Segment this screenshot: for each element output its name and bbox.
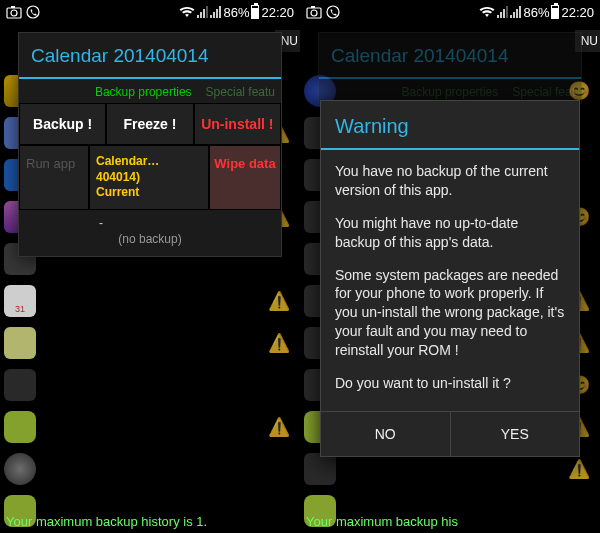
screen-left: ⚠️ ⚠️ 31⚠️ ⚠️ ⚠️ 86% 22:20 NU Calendar 2… <box>0 0 300 533</box>
signal-icon-2 <box>210 6 221 18</box>
dialog-tabs: Backup properties Special featu <box>19 79 281 103</box>
action-button-row: Backup ! Freeze ! Un-install ! <box>19 103 281 145</box>
current-version-label: Calendar…404014) Current <box>89 145 209 210</box>
battery-icon <box>551 5 559 19</box>
status-bar: 86% 22:20 <box>300 0 600 24</box>
warning-text-3: Some system packages are needed for your… <box>335 266 565 360</box>
no-backup-label: - (no backup) <box>19 210 281 256</box>
svg-point-7 <box>327 6 339 18</box>
tab-special-features: Special feat <box>512 85 575 99</box>
dialog-title: Calendar 201404014 <box>19 33 281 79</box>
warning-body: You have no backup of the current versio… <box>321 150 579 411</box>
status-message: Your maximum backup his <box>306 514 458 529</box>
warning-text-1: You have no backup of the current versio… <box>335 162 565 200</box>
status-message: Your maximum backup history is 1. <box>6 514 207 529</box>
phone-icon <box>326 5 340 19</box>
svg-rect-2 <box>11 6 15 8</box>
uninstall-button[interactable]: Un-install ! <box>194 103 281 145</box>
backup-button[interactable]: Backup ! <box>19 103 106 145</box>
status-bar: 86% 22:20 <box>0 0 300 24</box>
app-dialog: Calendar 201404014 Backup properties Spe… <box>18 32 282 257</box>
warning-text-4: Do you want to un-install it ? <box>335 374 565 393</box>
warning-dialog: Warning You have no backup of the curren… <box>320 100 580 457</box>
battery-percent: 86% <box>223 5 249 20</box>
clock: 22:20 <box>561 5 594 20</box>
battery-percent: 86% <box>523 5 549 20</box>
no-button[interactable]: NO <box>321 412 451 456</box>
dialog-title: Calendar 201404014 <box>319 33 581 79</box>
clock: 22:20 <box>261 5 294 20</box>
screen-right: 😊 😊 ⚠️ ⚠️ 😊 ⚠️ ⚠️ 86% 22:20 NU Calendar … <box>300 0 600 533</box>
secondary-row: Run app Calendar…404014) Current Wipe da… <box>19 145 281 210</box>
svg-point-1 <box>11 10 17 16</box>
camera-icon <box>306 5 322 19</box>
wifi-icon <box>179 6 195 18</box>
svg-point-3 <box>27 6 39 18</box>
svg-rect-6 <box>311 6 315 8</box>
wifi-icon <box>479 6 495 18</box>
freeze-button[interactable]: Freeze ! <box>106 103 193 145</box>
svg-point-5 <box>311 10 317 16</box>
wipe-data-button[interactable]: Wipe data <box>209 145 281 210</box>
run-app-button: Run app <box>19 145 89 210</box>
yes-button[interactable]: YES <box>451 412 580 456</box>
warning-title: Warning <box>321 101 579 150</box>
phone-icon <box>26 5 40 19</box>
tab-backup-properties[interactable]: Backup properties <box>95 85 192 99</box>
battery-icon <box>251 5 259 19</box>
warning-text-2: You might have no up-to-date backup of t… <box>335 214 565 252</box>
app-dialog-background: Calendar 201404014 Backup properties Spe… <box>318 32 582 104</box>
tab-special-features[interactable]: Special featu <box>206 85 275 99</box>
camera-icon <box>6 5 22 19</box>
signal-icon-2 <box>510 6 521 18</box>
signal-icon-1 <box>497 6 508 18</box>
signal-icon-1 <box>197 6 208 18</box>
tab-backup-properties: Backup properties <box>402 85 499 99</box>
warning-buttons: NO YES <box>321 411 579 456</box>
